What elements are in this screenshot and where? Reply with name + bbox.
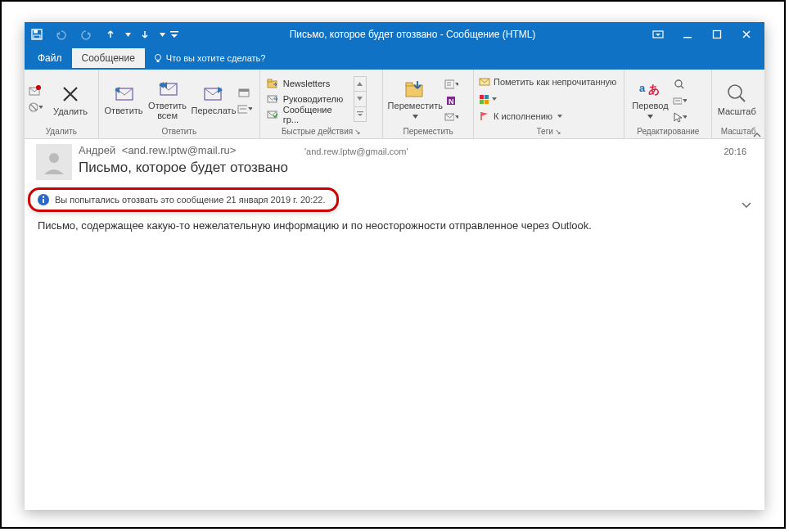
- svg-marker-18: [38, 106, 43, 109]
- undo-icon[interactable]: [49, 22, 74, 47]
- quicksteps-launcher-icon[interactable]: ↘: [354, 127, 361, 137]
- from-field: Андрей <and.rew.lptw@mail.ru>: [79, 144, 288, 156]
- svg-rect-62: [43, 199, 44, 203]
- svg-text:a: a: [639, 82, 646, 94]
- group-move-label: Переместить: [386, 127, 470, 138]
- svg-marker-38: [455, 83, 459, 86]
- tell-me-search[interactable]: Что вы хотите сделать?: [145, 48, 274, 68]
- envelope-forward-icon: [267, 94, 278, 104]
- message-header: Андрей <and.rew.lptw@mail.ru> Письмо, ко…: [25, 139, 764, 180]
- onenote-icon[interactable]: N: [444, 93, 458, 108]
- svg-marker-56: [683, 115, 687, 119]
- svg-point-13: [155, 55, 160, 61]
- follow-up-button[interactable]: К исполнению: [479, 109, 616, 124]
- delete-button[interactable]: Удалить: [47, 83, 93, 116]
- group-respond: Ответить Ответить всем Переслать Ответит…: [99, 70, 260, 138]
- meeting-icon[interactable]: [237, 85, 252, 100]
- tab-file[interactable]: Файл: [28, 48, 72, 68]
- magnifier-icon: [726, 83, 747, 104]
- mark-unread-button[interactable]: Пометить как непрочитанную: [479, 74, 616, 89]
- rules-icon[interactable]: [444, 77, 458, 92]
- svg-marker-33: [358, 114, 363, 116]
- group-tags: Пометить как непрочитанную К исполнению …: [474, 70, 624, 138]
- svg-marker-31: [357, 97, 363, 101]
- folder-move-icon: [267, 79, 278, 88]
- redo-icon[interactable]: [74, 22, 98, 47]
- avatar: [36, 144, 72, 180]
- svg-point-53: [675, 80, 682, 87]
- categorize-button[interactable]: [479, 92, 616, 106]
- maximize-icon[interactable]: [702, 22, 732, 47]
- reply-all-button[interactable]: Ответить всем: [145, 79, 189, 120]
- svg-rect-45: [485, 95, 489, 99]
- reply-all-icon: [156, 79, 180, 98]
- subject: Письмо, которое будет отозвано: [79, 160, 288, 176]
- actions-icon[interactable]: [444, 110, 458, 124]
- svg-point-16: [36, 85, 41, 90]
- svg-rect-27: [268, 79, 272, 82]
- svg-marker-55: [683, 99, 687, 102]
- svg-rect-46: [480, 100, 484, 104]
- flag-icon: [479, 111, 490, 121]
- select-icon[interactable]: [672, 110, 687, 124]
- find-icon[interactable]: [672, 77, 687, 92]
- move-button[interactable]: Переместить: [386, 79, 444, 120]
- from-name: Андрей: [79, 144, 115, 156]
- junk-icon[interactable]: [28, 100, 43, 115]
- quickstep-newsletters[interactable]: Newsletters: [264, 76, 354, 92]
- svg-text:あ: あ: [648, 83, 660, 96]
- svg-point-60: [49, 153, 59, 163]
- prev-item-icon[interactable]: [98, 22, 123, 47]
- recall-notice-callout: Вы попытались отозвать это сообщение 21 …: [28, 187, 339, 212]
- translate-button[interactable]: aあ Перевод: [628, 79, 672, 120]
- reply-icon: [111, 83, 136, 103]
- svg-rect-32: [357, 111, 363, 112]
- next-item-icon[interactable]: [133, 22, 157, 47]
- related-icon[interactable]: [672, 93, 687, 108]
- svg-rect-47: [485, 100, 489, 104]
- forward-button[interactable]: Переслать: [190, 83, 237, 115]
- reply-label: Ответить: [105, 106, 143, 115]
- ribbon: Удалить Удалить Ответить Ответить всем П…: [25, 70, 764, 139]
- quicksteps-gallery-scroll[interactable]: [354, 76, 367, 122]
- quickstep-teammail[interactable]: Сообщение гр...: [264, 107, 354, 123]
- svg-marker-36: [413, 115, 418, 119]
- translate-icon: aあ: [638, 79, 661, 98]
- svg-rect-37: [445, 80, 453, 88]
- title-bar: Письмо, которое будет отозвано - Сообщен…: [25, 22, 764, 47]
- next-item-dropdown-icon[interactable]: [157, 22, 167, 47]
- ribbon-options-icon[interactable]: [643, 22, 673, 47]
- svg-point-63: [43, 196, 44, 197]
- tell-me-label: Что вы хотите сделать?: [166, 53, 266, 63]
- reply-button[interactable]: Ответить: [102, 83, 146, 115]
- minimize-icon[interactable]: [673, 22, 702, 47]
- svg-marker-6: [160, 33, 165, 37]
- received-time: 20:16: [724, 147, 753, 156]
- info-icon: [37, 193, 50, 206]
- save-icon[interactable]: [25, 22, 49, 47]
- more-respond-icon[interactable]: [237, 101, 252, 116]
- group-quicksteps: Newsletters Руководителю Сообщение гр...…: [260, 70, 384, 138]
- svg-point-57: [728, 85, 742, 98]
- qat-customize-icon[interactable]: [167, 22, 182, 47]
- svg-rect-11: [683, 37, 692, 38]
- group-move: Переместить N Переместить: [383, 70, 474, 138]
- close-icon[interactable]: [732, 22, 761, 47]
- tab-message[interactable]: Сообщение: [72, 48, 145, 68]
- tags-launcher-icon[interactable]: ↘: [555, 127, 561, 137]
- svg-marker-30: [357, 82, 363, 86]
- ignore-icon[interactable]: [28, 83, 43, 98]
- delete-label: Удалить: [53, 106, 88, 116]
- window-title: Письмо, которое будет отозвано - Сообщен…: [182, 29, 643, 40]
- header-collapse-icon[interactable]: [742, 202, 751, 209]
- svg-rect-23: [239, 89, 249, 92]
- lightbulb-icon: [153, 53, 163, 63]
- collapse-ribbon-icon[interactable]: [750, 70, 764, 142]
- body-text: Письмо, содержащее какую-то нежелательну…: [38, 219, 592, 232]
- move-folder-icon: [404, 79, 426, 98]
- svg-marker-42: [455, 115, 459, 119]
- prev-item-dropdown-icon[interactable]: [123, 22, 133, 47]
- svg-rect-14: [156, 61, 159, 63]
- group-editing: aあ Перевод Редактирование: [624, 70, 712, 138]
- svg-rect-1: [34, 30, 38, 34]
